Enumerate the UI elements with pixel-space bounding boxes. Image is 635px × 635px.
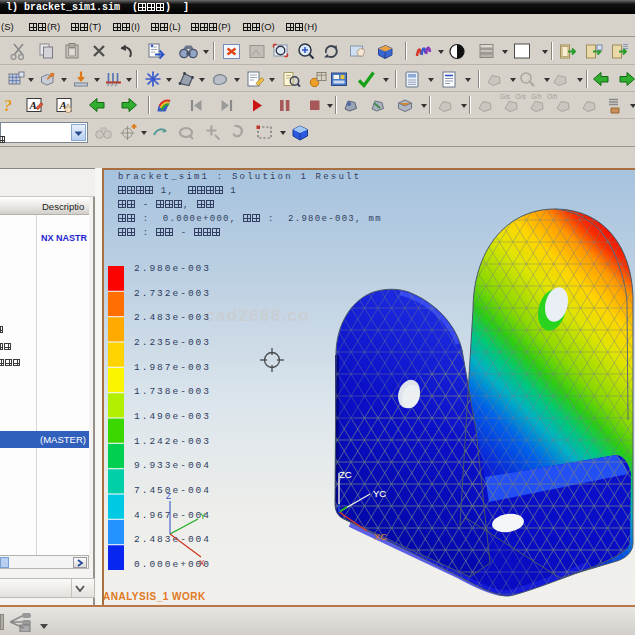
svg-text:7.450e-004: 7.450e-004	[134, 485, 211, 496]
svg-text:2.980e-003: 2.980e-003	[134, 263, 211, 274]
svg-text:9.933e-004: 9.933e-004	[134, 460, 211, 471]
svg-text:YC: YC	[373, 488, 386, 499]
svg-text:2.483e-003: 2.483e-003	[134, 312, 211, 323]
svg-text:1.738e-003: 1.738e-003	[134, 386, 211, 397]
svg-text:1.490e-003: 1.490e-003	[134, 411, 211, 422]
svg-text:2.235e-003: 2.235e-003	[134, 337, 211, 348]
svg-text:X: X	[199, 558, 205, 568]
svg-text:Y: Y	[200, 511, 206, 521]
svg-text:2.732e-003: 2.732e-003	[134, 288, 211, 299]
svg-text:1.987e-003: 1.987e-003	[134, 362, 211, 373]
svg-text:XC: XC	[374, 531, 387, 542]
svg-text:ZC: ZC	[339, 469, 352, 480]
svg-text:Z: Z	[166, 491, 171, 501]
svg-text:A: A	[29, 99, 37, 111]
svg-text:?: ?	[4, 97, 12, 114]
svg-text:1.242e-003: 1.242e-003	[134, 436, 211, 447]
